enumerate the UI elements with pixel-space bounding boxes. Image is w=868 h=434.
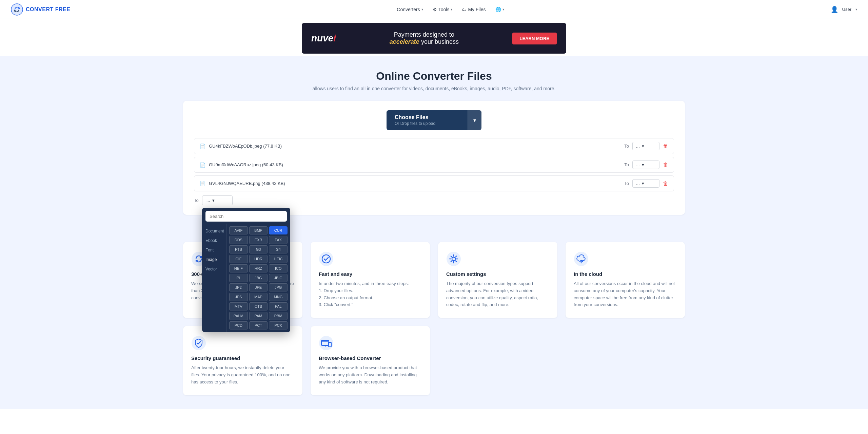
format-chip-mng[interactable]: MNG [269, 293, 288, 301]
format-chip-pal[interactable]: PAL [269, 302, 288, 310]
nav-language[interactable]: 🌐 ▾ [495, 7, 504, 12]
to-select-2[interactable]: ... ▾ [632, 179, 659, 188]
feature-title-custom: Custom settings [446, 271, 549, 277]
svg-point-0 [11, 4, 23, 15]
to-label-0: To [624, 144, 629, 149]
format-chip-map[interactable]: MAP [249, 293, 268, 301]
format-chip-fax[interactable]: FAX [269, 236, 288, 244]
format-chip-fts[interactable]: FTS [229, 245, 248, 253]
nav-my-files[interactable]: 🗂 My Files [462, 7, 486, 12]
format-chip-jbg[interactable]: JBG [249, 274, 268, 282]
format-chip-jp2[interactable]: JP2 [229, 283, 248, 291]
format-chip-pct[interactable]: PCT [249, 321, 268, 329]
feature-desc-security: After twenty-four hours, we instantly de… [191, 364, 294, 385]
format-chip-jps[interactable]: JPS [229, 293, 248, 301]
delete-file-1[interactable]: 🗑 [663, 162, 668, 168]
file-row-left: 📄 GU4kFBZWoAEpODb.jpeg (77.8 KB) [200, 144, 282, 149]
to-label-2: To [624, 181, 629, 186]
to-select-1[interactable]: ... ▾ [632, 161, 659, 169]
feature-icon-browser [319, 336, 334, 351]
format-chip-pbm[interactable]: PBM [269, 312, 288, 320]
format-chip-bmp[interactable]: BMP [249, 226, 268, 234]
navbar-brand-area: CONVERT FREE [11, 3, 70, 16]
format-search-input[interactable] [205, 211, 287, 222]
file-row: 📄 GU9mf0dWcAAORuz.jpeg (60.43 KB) To ...… [194, 157, 674, 173]
format-chip-exr[interactable]: EXR [249, 236, 268, 244]
delete-file-0[interactable]: 🗑 [663, 143, 668, 149]
svg-point-4 [447, 252, 461, 266]
dropdown-body: Document Ebook Font Image Vector AVIFBMP… [202, 224, 290, 332]
file-row: 📄 GU4kFBZWoAEpODb.jpeg (77.8 KB) To ... … [194, 138, 674, 154]
choose-files-sub: Or Drop files to upload [395, 121, 459, 126]
hero-subtitle: allows users to find an all in one conve… [8, 86, 860, 91]
feature-security: Security guaranteed After twenty-four ho… [183, 326, 302, 395]
format-chip-palm[interactable]: PALM [229, 312, 248, 320]
choose-files-chevron-icon: ▾ [468, 110, 481, 130]
format-chip-dds[interactable]: DDS [229, 236, 248, 244]
format-chip-cur[interactable]: CUR [269, 226, 288, 234]
feature-browser: Browser-based Converter We provide you w… [311, 326, 430, 395]
file-row-right: To ... ▾ 🗑 [624, 142, 668, 150]
nav-converters[interactable]: Converters ▾ [397, 7, 423, 12]
cat-font[interactable]: Font [202, 245, 226, 255]
format-chip-ipl[interactable]: IPL [229, 274, 248, 282]
format-chip-gif[interactable]: GIF [229, 255, 248, 263]
format-chip-mtv[interactable]: MTV [229, 302, 248, 310]
tools-chevron: ▾ [451, 7, 452, 11]
hero-title: Online Converter Files [8, 70, 860, 82]
feature-icon-cloud [574, 251, 589, 266]
cat-image[interactable]: Image [202, 255, 226, 264]
delete-file-2[interactable]: 🗑 [663, 181, 668, 187]
format-chip-g4[interactable]: G4 [269, 245, 288, 253]
format-chip-heic[interactable]: HEIC [269, 255, 288, 263]
file-name-2: GVL4GNJWQAElJRB.png (438.42 KB) [209, 181, 285, 186]
format-chip-g3[interactable]: G3 [249, 245, 268, 253]
format-chip-pcx[interactable]: PCX [269, 321, 288, 329]
cat-ebook[interactable]: Ebook [202, 236, 226, 245]
cat-vector[interactable]: Vector [202, 264, 226, 274]
choose-files-button[interactable]: Choose Files Or Drop files to upload ▾ [387, 110, 481, 130]
nav-tools[interactable]: ⚙ Tools ▾ [433, 7, 453, 12]
cat-document[interactable]: Document [202, 226, 226, 236]
feature-cloud: In the cloud All of our conversions occu… [566, 242, 685, 318]
tools-icon: ⚙ [433, 7, 437, 12]
format-chip-otb[interactable]: OTB [249, 302, 268, 310]
feature-title-fast: Fast and easy [319, 271, 422, 277]
feature-desc-cloud: All of our conversions occur in the clou… [574, 280, 677, 308]
user-avatar-icon: 👤 [831, 6, 838, 13]
format-chip-pam[interactable]: PAM [249, 312, 268, 320]
tools-label: Tools [438, 7, 450, 12]
file-row: 📄 GVL4GNJWQAElJRB.png (438.42 KB) To ...… [194, 175, 674, 191]
format-dropdown: Document Ebook Font Image Vector AVIFBMP… [202, 208, 290, 332]
format-chip-hdr[interactable]: HDR [249, 255, 268, 263]
gear-icon [446, 251, 461, 266]
ad-logo: nuvei [311, 33, 336, 44]
format-chip-ico[interactable]: ICO [269, 264, 288, 272]
brand-logo-icon [11, 3, 23, 16]
file-row-right: To ... ▾ 🗑 [624, 161, 668, 169]
brand-name: CONVERT FREE [26, 6, 70, 13]
ad-headline: Payments designed to accelerate your bus… [390, 31, 459, 45]
format-chip-pcd[interactable]: PCD [229, 321, 248, 329]
ad-text-block: Payments designed to accelerate your bus… [390, 31, 459, 45]
choose-files-label: Choose Files [395, 114, 459, 120]
format-chip-heif[interactable]: HEIF [229, 264, 248, 272]
my-files-icon: 🗂 [462, 7, 467, 12]
feature-custom: Custom settings The majority of our conv… [438, 242, 557, 318]
format-chip-jpg[interactable]: JPG [269, 283, 288, 291]
file-name-0: GU4kFBZWoAEpODb.jpeg (77.8 KB) [209, 144, 282, 149]
to-select-0[interactable]: ... ▾ [632, 142, 659, 150]
global-format-select[interactable]: ... ▾ [202, 195, 233, 205]
format-chip-avif[interactable]: AVIF [229, 226, 248, 234]
to-select-chevron-1: ▾ [642, 162, 644, 167]
format-chip-hrz[interactable]: HRZ [249, 264, 268, 272]
global-to-label: To [194, 198, 199, 203]
format-chip-jbig[interactable]: JBIG [269, 274, 288, 282]
feature-title-security: Security guaranteed [191, 355, 294, 361]
to-label-1: To [624, 162, 629, 167]
dropdown-formats-grid: AVIFBMPCURDDSEXRFAXFTSG3G4GIFHDRHEICHEIF… [226, 224, 290, 332]
upload-area: Choose Files Or Drop files to upload ▾ 📄… [183, 101, 685, 215]
format-chip-jpe[interactable]: JPE [249, 283, 268, 291]
ad-banner: nuvei Payments designed to accelerate yo… [302, 23, 566, 54]
ad-cta-button[interactable]: LEARN MORE [512, 33, 557, 44]
